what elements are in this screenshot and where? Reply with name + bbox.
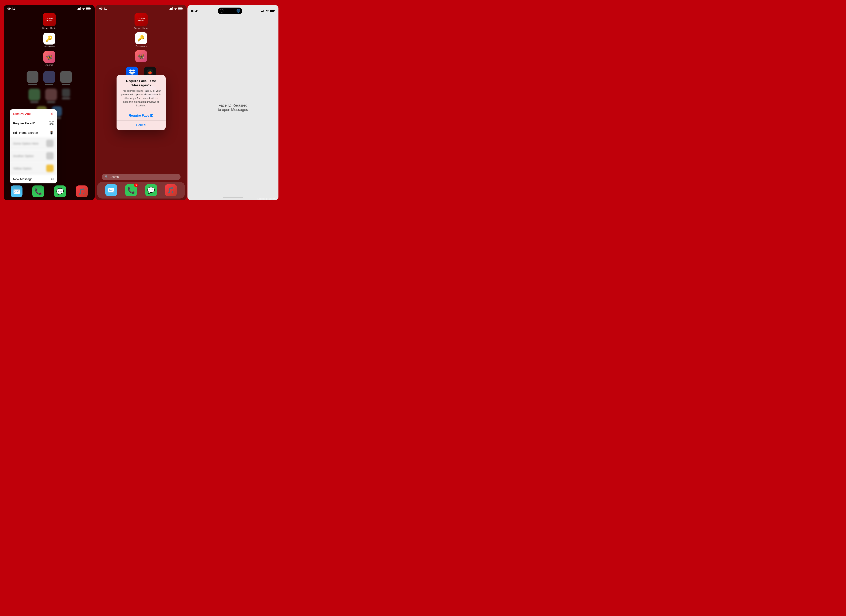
di-circle-icon [237, 9, 240, 13]
blurred-app-4 [28, 89, 40, 103]
svg-rect-3 [80, 7, 81, 10]
gadgethacks-label-1: Gadget Hacks [42, 27, 56, 29]
svg-rect-6 [91, 8, 91, 9]
menu-item-new-message[interactable]: New Message ✉ [10, 175, 57, 183]
svg-rect-29 [264, 10, 264, 12]
music-icon-1: 🎵 [76, 185, 88, 197]
app-gadgethacks-1[interactable]: GADGET HACKS Gadget Hacks [42, 13, 56, 29]
messages-icon-1: 💬 [54, 185, 66, 197]
phone-1: 09:41 GADGET HACKS Gadget Hacks 🔑 Passwo… [4, 5, 95, 200]
passwords-label-1: Passwords [44, 45, 55, 48]
dynamic-island-3 [218, 7, 242, 14]
menu-item-blurred-2: Another Option [10, 150, 57, 162]
app-journal-1[interactable]: 🦋 Journal [43, 51, 55, 66]
journal-icon-1: 🦋 [43, 51, 55, 63]
dock-music-1[interactable]: 🎵 [76, 185, 88, 197]
blurred-app-1 [26, 71, 38, 85]
watermark: GadgetHacks.com [257, 198, 276, 200]
status-bar-3: 09:41 [187, 5, 278, 15]
gadgethacks-icon-1: GADGET HACKS [43, 13, 56, 26]
svg-rect-28 [263, 10, 263, 12]
svg-rect-26 [261, 11, 262, 12]
journal-label-1: Journal [46, 64, 53, 66]
phone-icon: 📱 [50, 131, 54, 135]
lock-screen-content-3: Face ID Required to open Messages [187, 15, 278, 200]
app-passwords-1[interactable]: 🔑 Passwords [43, 33, 55, 48]
dialog-cancel-btn-2[interactable]: Cancel [116, 120, 166, 130]
lock-text-main-3: Face ID Required [219, 103, 247, 108]
di-face-icon [220, 9, 224, 13]
remove-icon: ⊖ [51, 112, 54, 116]
signal-icon-3 [261, 10, 265, 12]
menu-item-blurred-3: Yellow Option [10, 162, 57, 175]
require-faceid-label: Require Face ID [13, 122, 35, 125]
svg-rect-7 [50, 121, 51, 122]
phone-2: 09:41 GADGET HACKS Gadget Hacks 🔑 Passwo… [96, 5, 187, 200]
svg-rect-9 [50, 123, 51, 125]
scroll-indicator-3 [223, 197, 243, 198]
svg-rect-32 [274, 10, 275, 12]
wifi-icon-3 [266, 10, 269, 12]
phone-3: 09:41 Face ID Required to open Messages [187, 5, 278, 200]
signal-icon-1 [78, 7, 81, 10]
svg-rect-2 [79, 8, 80, 10]
dialog-body-2: This app will require Face ID or your pa… [121, 89, 162, 107]
menu-item-edit-home-screen[interactable]: Edit Home Screen 📱 [10, 128, 57, 137]
svg-rect-31 [270, 10, 274, 12]
dock-1: ✉️ 📞 💬 🎵 [4, 183, 95, 199]
svg-point-11 [51, 122, 51, 123]
dock-phone-1[interactable]: 📞 [32, 185, 44, 197]
dock-messages-1[interactable]: 💬 [54, 185, 66, 197]
svg-rect-8 [52, 121, 53, 122]
status-icons-1 [78, 7, 91, 10]
blurred-app-2 [43, 71, 55, 85]
phone-call-icon-1: 📞 [32, 185, 44, 197]
svg-rect-5 [86, 8, 90, 9]
time-1: 09:41 [7, 7, 15, 10]
mail-icon-1: ✉️ [10, 185, 22, 197]
lock-text-sub-3: to open Messages [218, 108, 248, 112]
svg-rect-1 [78, 8, 79, 10]
passwords-icon-1: 🔑 [43, 33, 55, 44]
menu-item-require-face-id[interactable]: Require Face ID [10, 118, 57, 128]
svg-rect-0 [78, 9, 78, 10]
outer-frame: 09:41 GADGET HACKS Gadget Hacks 🔑 Passwo… [4, 4, 278, 202]
battery-icon-3 [270, 10, 275, 12]
svg-rect-10 [52, 123, 53, 125]
compose-icon: ✉ [51, 177, 54, 181]
svg-point-12 [52, 122, 52, 123]
wifi-icon-1 [82, 7, 85, 10]
dock-mail-1[interactable]: ✉️ [10, 185, 22, 197]
edit-homescreen-label: Edit Home Screen [13, 131, 38, 134]
status-bar-1: 09:41 [4, 5, 95, 11]
status-icons-3 [261, 10, 275, 12]
dialog-title-2: Require Face ID for "Messages"? [121, 79, 162, 88]
new-message-label: New Message [13, 177, 32, 181]
remove-app-label: Remove App [13, 112, 31, 115]
menu-item-blurred-1: Some Option Here [10, 137, 57, 150]
context-menu: Remove App ⊖ Require Face ID [10, 109, 57, 183]
battery-icon-1 [86, 7, 91, 10]
blurred-app-5 [45, 89, 57, 103]
blurred-app-3 [60, 71, 72, 85]
menu-item-remove-app[interactable]: Remove App ⊖ [10, 109, 57, 118]
dialog-confirm-btn-2[interactable]: Require Face ID [116, 111, 166, 120]
svg-rect-27 [262, 10, 263, 12]
time-3: 09:41 [191, 9, 199, 13]
faceid-icon [50, 121, 54, 126]
blurred-app-6 [62, 89, 70, 103]
dialog-overlay-2: Require Face ID for "Messages"? This app… [96, 5, 187, 200]
dialog-2: Require Face ID for "Messages"? This app… [116, 75, 166, 131]
